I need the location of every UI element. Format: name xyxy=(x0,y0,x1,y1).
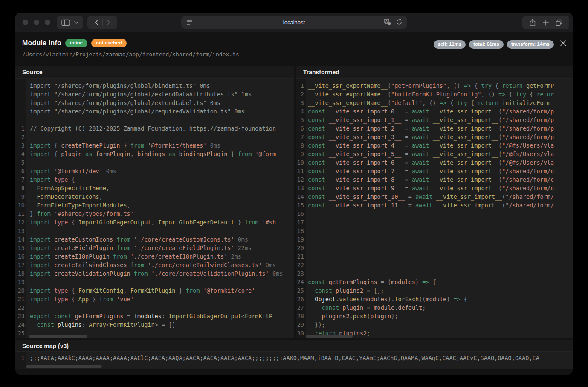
source-hscrollbar[interactable] xyxy=(29,335,87,338)
source-code: import "/shared/form/plugins/global/bind… xyxy=(15,79,294,338)
code-line: 11} from '#shared/types/form.ts' xyxy=(15,210,294,218)
code-line: 20import type { FormKitConfig, FormKitPl… xyxy=(15,286,294,295)
line-number: 11 xyxy=(15,210,26,218)
line-content xyxy=(26,303,30,312)
line-number: 1 xyxy=(15,354,26,362)
line-content: const __vite_ssr_import_1__ = await __vi… xyxy=(306,116,554,124)
line-content xyxy=(306,269,308,278)
line-content: plugins2.push(plugin); xyxy=(306,312,398,320)
line-content: const __vite_ssr_import_0__ = await __vi… xyxy=(306,107,554,116)
line-content: const plugins2 = []; xyxy=(306,286,384,295)
code-line: 18import createValidationPlugin from './… xyxy=(15,269,294,278)
code-line: 29 }); xyxy=(296,320,573,329)
code-line: 22 xyxy=(296,261,573,269)
code-line: 28 plugins2.push(plugin); xyxy=(296,312,573,320)
forward-button[interactable] xyxy=(103,19,114,26)
line-number: 25 xyxy=(15,329,26,338)
line-number: 21 xyxy=(296,252,306,261)
translate-icon[interactable]: A* xyxy=(384,19,391,26)
line-number: 26 xyxy=(296,295,306,303)
line-number: 7 xyxy=(296,133,306,141)
toolbar-button-group xyxy=(522,16,569,29)
code-line: import "/shared/form/plugins/global/bind… xyxy=(15,81,294,90)
line-content: const __vite_ssr_import_2__ = await __vi… xyxy=(306,124,554,133)
code-line: 3import { createThemePlugin } from '@for… xyxy=(15,141,294,150)
code-line: 9 FormDecoratorIcons, xyxy=(15,192,294,201)
code-line: 20 xyxy=(296,244,573,252)
line-content: import "/shared/form/plugins/global/requ… xyxy=(26,107,245,116)
line-content: import createValidationPlugin from './co… xyxy=(26,269,283,278)
code-line: 16import createI18nPlugin from './core/c… xyxy=(15,252,294,261)
line-content: const __vite_ssr_import_11__ = await __v… xyxy=(306,201,554,210)
code-line: 17import createTailwindClasses from './c… xyxy=(15,261,294,269)
line-number: 7 xyxy=(15,175,26,184)
traffic-light-close[interactable] xyxy=(23,20,28,25)
line-number: 19 xyxy=(15,278,26,286)
timing-badge-self: self: 11ms xyxy=(434,40,466,49)
line-number xyxy=(15,116,26,124)
line-content: } from '#shared/types/form.ts' xyxy=(26,210,134,218)
line-content: import type { App } from 'vue' xyxy=(26,295,134,303)
reload-icon[interactable] xyxy=(396,19,403,26)
line-content xyxy=(306,227,308,235)
code-line: 2 xyxy=(15,133,294,141)
code-line: 1__vite_ssr_exportName__("getFormPlugins… xyxy=(296,81,573,90)
transformed-panel-title: Transformed xyxy=(296,66,573,79)
line-number: 21 xyxy=(15,295,26,303)
code-line: import "/shared/form/plugins/global/exte… xyxy=(15,90,294,99)
sidebar-toggle-button[interactable] xyxy=(57,16,83,29)
line-number: 9 xyxy=(15,192,26,201)
line-content: import "/shared/form/plugins/global/bind… xyxy=(26,81,210,90)
code-line: 6const __vite_ssr_import_2__ = await __v… xyxy=(296,124,573,133)
line-content: import "/shared/form/plugins/global/exte… xyxy=(26,90,252,99)
traffic-light-minimize[interactable] xyxy=(34,20,39,25)
line-number: 4 xyxy=(296,107,306,116)
code-line: 5const __vite_ssr_import_1__ = await __v… xyxy=(296,116,573,124)
line-content: import type { xyxy=(26,175,75,184)
close-icon[interactable] xyxy=(559,39,567,47)
share-icon[interactable] xyxy=(529,19,536,26)
code-line: 7import type { xyxy=(15,175,294,184)
transformed-hscrollbar[interactable] xyxy=(306,335,353,338)
line-content: }); xyxy=(306,320,325,329)
line-number: 9 xyxy=(296,150,306,158)
sourcemap-hscrollbar[interactable] xyxy=(26,365,102,368)
line-number: 15 xyxy=(15,244,26,252)
code-line: 2__vite_ssr_exportName__("buildFormKitPl… xyxy=(296,90,573,99)
line-content: const __vite_ssr_import_7__ = await __vi… xyxy=(306,167,554,175)
line-content: import createCustomIcons from './core/cr… xyxy=(26,235,248,244)
line-content: FormDecoratorIcons, xyxy=(26,192,103,201)
line-content: import createTailwindClasses from './cor… xyxy=(26,261,276,269)
code-line: 8const __vite_ssr_import_4__ = await __v… xyxy=(296,141,573,150)
code-line: 24const getFormPlugins = (modules) => { xyxy=(296,278,573,286)
code-line: 13const __vite_ssr_import_9__ = await __… xyxy=(296,184,573,192)
line-content: const __vite_ssr_import_5__ = await __vi… xyxy=(306,150,554,158)
line-number: 16 xyxy=(15,252,26,261)
line-number: 25 xyxy=(296,286,306,295)
code-line: 19 xyxy=(15,278,294,286)
page-title: Module Info xyxy=(22,39,61,47)
tab-overview-icon[interactable] xyxy=(556,19,562,26)
line-number: 17 xyxy=(296,218,306,227)
line-number: 1 xyxy=(296,81,306,90)
line-number: 22 xyxy=(296,261,306,269)
code-line: 26 Object.values(modules).forEach((modul… xyxy=(296,295,573,303)
code-line: 1;;;AAEA;AAAkC;AAAA;AAAA;AAAA;AAClC;AAEA… xyxy=(15,354,573,362)
line-number: 23 xyxy=(15,312,26,320)
status-badge-not-cached: not cached xyxy=(91,39,127,47)
code-line: 15import createFieldPlugin from './core/… xyxy=(15,244,294,252)
timing-badge-transform: transform: 14ms xyxy=(507,40,554,49)
sourcemap-panel: Source map (v3) 1;;;AAEA;AAAkC;AAAA;AAAA… xyxy=(15,340,573,369)
line-content: Object.values(modules).forEach((module) … xyxy=(306,295,467,303)
traffic-light-zoom[interactable] xyxy=(45,20,50,25)
line-number: 8 xyxy=(15,184,26,192)
back-button[interactable] xyxy=(91,19,102,26)
code-line: 12import type { ImportGlobEagerOutput, I… xyxy=(15,218,294,227)
chevron-down-icon xyxy=(74,21,78,24)
code-line: 16 xyxy=(296,210,573,218)
code-line: import "/shared/form/plugins/global/requ… xyxy=(15,107,294,116)
code-line: 22 xyxy=(15,303,294,312)
address-bar[interactable]: localhost A* xyxy=(181,16,407,29)
new-tab-icon[interactable] xyxy=(543,20,549,26)
line-content: // Copyright (C) 2012-2025 Zammad Founda… xyxy=(26,124,276,133)
